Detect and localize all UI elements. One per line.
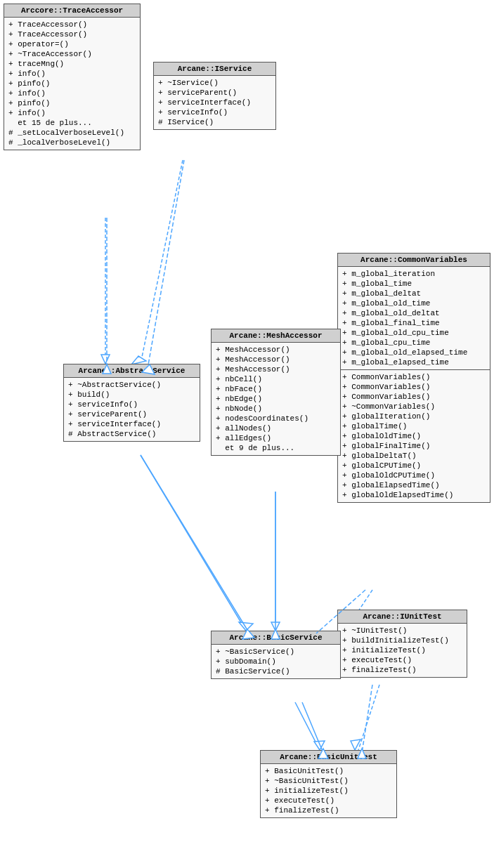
svg-marker-1	[101, 355, 110, 364]
trace-row-2: + TraceAccessor()	[8, 29, 136, 39]
trace-row-12: # _localVerboseLevel()	[8, 138, 136, 147]
basic-service-title: Arcane::BasicService	[212, 631, 340, 645]
common-variables-methods: + CommonVariables() + CommonVariables() …	[338, 370, 490, 502]
iunit-test-title: Arcane::IUnitTest	[338, 610, 467, 624]
svg-line-11	[295, 702, 320, 750]
iservice-title: Arcane::IService	[154, 63, 275, 76]
trace-row-11: # _setLocalVerboseLevel()	[8, 128, 136, 138]
svg-line-16	[148, 160, 184, 369]
svg-marker-12	[314, 741, 325, 750]
iservice-row-3: + serviceInterface()	[158, 98, 271, 107]
trace-row-6: + info()	[8, 69, 136, 79]
trace-row-10: + info()	[8, 108, 136, 118]
common-variables-title: Arcane::CommonVariables	[338, 254, 490, 267]
trace-row-3: + operator=()	[8, 39, 136, 49]
iunit-test-section: + ~IUnitTest() + buildInitializeTest() +…	[338, 624, 467, 677]
svg-line-2	[141, 160, 183, 364]
trace-row-8: + info()	[8, 88, 136, 98]
basic-unit-test-box: Arcane::BasicUnitTest + BasicUnitTest() …	[260, 750, 397, 818]
trace-row-5: + traceMng()	[8, 59, 136, 69]
abstract-service-box: Arcane::AbstractService + ~AbstractServi…	[63, 364, 200, 442]
trace-accessor-title: Arccore::TraceAccessor	[4, 4, 140, 18]
iservice-row-5: # IService()	[158, 117, 271, 127]
trace-row-1: + TraceAccessor()	[8, 20, 136, 29]
svg-line-4	[141, 455, 246, 631]
trace-row-9: + pinfo()	[8, 98, 136, 108]
mesh-accessor-title: Arcane::MeshAccessor	[212, 329, 340, 343]
basic-unit-test-title: Arcane::BasicUnitTest	[261, 751, 396, 764]
mesh-accessor-section: + MeshAccessor() + MeshAccessor() + Mesh…	[212, 343, 340, 455]
svg-marker-5	[239, 622, 253, 631]
abstract-service-section: + ~AbstractService() + build() + service…	[64, 378, 200, 441]
svg-line-9	[358, 685, 379, 750]
trace-accessor-section: + TraceAccessor() + TraceAccessor() + op…	[4, 18, 140, 150]
iunit-test-box: Arcane::IUnitTest + ~IUnitTest() + build…	[337, 610, 467, 678]
svg-line-25	[302, 702, 323, 753]
svg-line-18	[141, 455, 249, 633]
common-variables-fields: + m_global_iteration + m_global_time + m…	[338, 267, 490, 370]
mesh-accessor-box: Arcane::MeshAccessor + MeshAccessor() + …	[211, 329, 341, 456]
trace-accessor-box: Arccore::TraceAccessor + TraceAccessor()…	[4, 4, 141, 150]
iservice-row-4: + serviceInfo()	[158, 107, 271, 117]
trace-row-7: + pinfo()	[8, 79, 136, 88]
iservice-box: Arcane::IService + ~IService() + service…	[153, 62, 276, 130]
iservice-row-2: + serviceParent()	[158, 88, 271, 98]
basic-service-box: Arcane::BasicService + ~BasicService() +…	[211, 631, 341, 679]
basic-unit-test-section: + BasicUnitTest() + ~BasicUnitTest() + i…	[261, 764, 396, 817]
svg-marker-7	[271, 622, 280, 631]
basic-service-section: + ~BasicService() + subDomain() # BasicS…	[212, 645, 340, 678]
svg-marker-10	[351, 739, 360, 750]
iservice-row-1: + ~IService()	[158, 78, 271, 88]
common-variables-box: Arcane::CommonVariables + m_global_itera…	[337, 253, 490, 503]
abstract-service-title: Arcane::AbstractService	[64, 364, 200, 378]
svg-line-23	[362, 685, 372, 753]
trace-row-more: et 15 de plus...	[8, 118, 136, 128]
trace-row-4: + ~TraceAccessor()	[8, 49, 136, 59]
iservice-section: + ~IService() + serviceParent() + servic…	[154, 76, 275, 129]
